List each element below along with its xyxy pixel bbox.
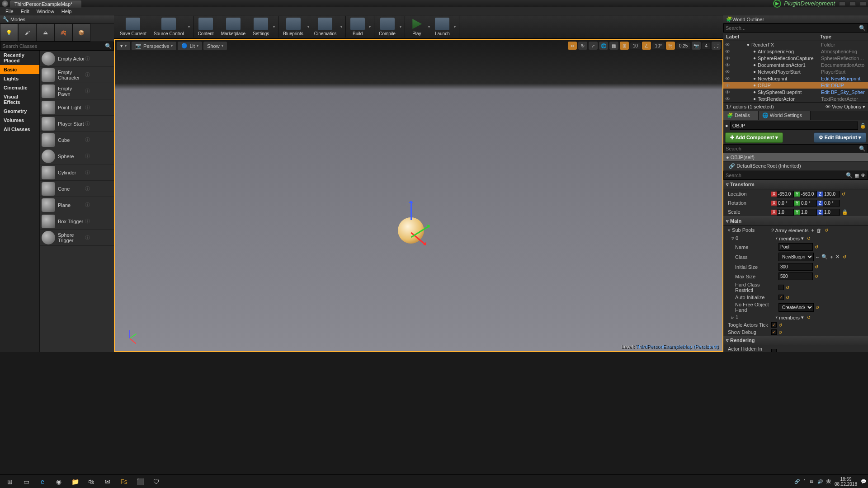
tray-notifications-icon[interactable]: 💬 [861,479,866,484]
cat-recently[interactable]: Recently Placed [0,51,39,65]
blueprints-button[interactable]: Blueprints [280,16,306,38]
compile-button[interactable]: Compile [376,16,399,38]
lock-icon[interactable]: 🔓 [860,123,866,129]
section-transform[interactable]: ▿ Transform [723,180,868,189]
scl-x[interactable] [777,209,794,216]
outliner-row[interactable]: 👁●NewBlueprintEdit NewBlueprint [723,75,868,82]
outliner-search[interactable]: 🔍 [723,23,868,33]
viewport-options[interactable]: ▾ [117,42,130,50]
outliner-row[interactable]: 👁●AtmosphericFogAtmosphericFog [723,48,868,55]
actor-item[interactable]: Coneⓘ [40,181,114,197]
grid-snap-value[interactable]: 10 [630,42,641,49]
mode-paint[interactable]: 🖌 [18,23,36,42]
show-debug-checkbox[interactable]: ✓ [771,329,777,335]
launch-button[interactable]: Launch [432,16,453,38]
section-rendering[interactable]: ▿ Rendering [723,336,868,345]
fuse-icon[interactable]: Fs [116,476,132,488]
engine-status-icon[interactable]: ▶ [773,0,781,8]
search-classes[interactable]: 🔍 [0,42,114,51]
actor-item[interactable]: Player Startⓘ [40,116,114,132]
scl-y[interactable] [800,209,817,216]
maximize-viewport-icon[interactable]: ⛶ [712,42,721,50]
rot-x[interactable] [777,200,794,206]
cat-visual[interactable]: Visual Effects [0,92,39,107]
loc-x[interactable] [777,191,794,197]
start-button[interactable]: ⊞ [2,476,18,488]
object-name-field[interactable] [730,122,858,130]
outliner-row[interactable]: 👁●RenderFXFolder [723,41,868,48]
pool-class[interactable]: NewBlueprint [778,253,814,261]
modes-tab[interactable]: 🔧 Modes [0,15,114,23]
section-main[interactable]: ▿ Main [723,216,868,226]
scl-z[interactable] [823,209,840,216]
tray-link-icon[interactable]: 🔗 [794,479,800,484]
cat-geometry[interactable]: Geometry [0,107,39,116]
surface-snap-icon[interactable]: ▦ [609,42,618,50]
tray-monitor-icon[interactable]: 🖥 [809,479,814,484]
store-icon[interactable]: 🛍 [83,476,99,488]
mode-geometry[interactable]: 📦 [72,23,90,42]
menu-edit[interactable]: Edit [17,8,33,15]
transform-gizmo[interactable] [394,211,430,247]
outliner-row[interactable]: 👁●SphereReflectionCaptureSphereReflectio… [723,55,868,61]
scale-snap-value[interactable]: 0.25 [676,42,690,49]
actor-item[interactable]: Empty Characterⓘ [40,67,114,83]
angle-snap-icon[interactable]: ∠ [642,42,651,50]
view-options[interactable]: 👁 View Options ▾ [826,104,865,110]
epic-icon[interactable]: ⬛ [132,476,148,488]
rot-y[interactable] [800,200,817,206]
gizmo-scale-icon[interactable]: ⤢ [589,42,598,50]
scale-snap-icon[interactable]: % [666,42,675,50]
menu-help[interactable]: Help [58,8,75,15]
actor-item[interactable]: Cubeⓘ [40,132,114,148]
world-outliner-tab[interactable]: 🧩 World Outliner [723,15,868,23]
outliner-search-input[interactable] [726,25,859,31]
cat-cinematic[interactable]: Cinematic [0,83,39,92]
actor-item[interactable]: Planeⓘ [40,197,114,213]
cat-all[interactable]: All Classes [0,125,39,134]
add-component-button[interactable]: ✚ Add Component ▾ [725,132,783,143]
maximize-button[interactable] [849,1,856,6]
max-size[interactable] [778,272,813,280]
gizmo-rotate-icon[interactable]: ↻ [578,42,587,50]
actor-item[interactable]: Cylinderⓘ [40,164,114,181]
cat-volumes[interactable]: Volumes [0,116,39,125]
build-button[interactable]: Build [347,16,368,38]
cat-lights[interactable]: Lights [0,74,39,83]
component-self[interactable]: ● OBJP(self) [723,153,868,162]
lock-scale-icon[interactable]: 🔒 [842,209,848,215]
grid-snap-icon[interactable]: ⊞ [620,42,629,50]
details-search[interactable]: 🔍 ▦ 👁 [723,171,868,180]
clock[interactable]: 18:5908.02.2018 [835,477,857,487]
search-classes-input[interactable] [2,43,105,49]
cinematics-button[interactable]: Cinematics [311,16,340,38]
marketplace-button[interactable]: Marketplace [218,16,249,38]
actor-item[interactable]: Box Triggerⓘ [40,213,114,230]
pool-name[interactable] [778,243,813,251]
clear-icon[interactable]: ✕ [835,254,840,260]
tray-network-icon[interactable]: 🕸 [826,479,831,484]
tab-details[interactable]: 🧩 Details [723,111,759,120]
outliner-row[interactable]: 👁●TextRenderActorTextRenderActor [723,95,868,102]
nofree-combo[interactable]: CreateAndAdd [778,303,814,312]
cat-basic[interactable]: Basic [0,65,39,74]
tray-volume-icon[interactable]: 🔊 [817,479,823,484]
settings-button[interactable]: Settings [250,16,272,38]
explorer-icon[interactable]: 📁 [67,476,83,488]
mode-place[interactable]: 💡 [0,23,18,42]
mode-landscape[interactable]: ⛰ [36,23,54,42]
loc-z[interactable] [823,191,840,197]
outliner-row[interactable]: 👁●OBJPEdit OBJP [723,82,868,89]
level-link[interactable]: ThirdPersonExampleMap (Persistent) [636,344,719,349]
loc-y[interactable] [800,191,817,197]
col-label[interactable]: Label [726,34,820,39]
camera-speed-icon[interactable]: 📷 [692,42,701,50]
edit-blueprint-button[interactable]: ⚙ Edit Blueprint ▾ [814,132,866,143]
col-type[interactable]: Type [820,34,865,39]
viewport-lit[interactable]: 🔵 Lit [178,42,202,50]
gizmo-move-icon[interactable]: ⇔ [568,42,577,50]
component-root[interactable]: 🔗 DefaultSceneRoot (Inherited) [723,162,868,171]
gizmo-z-axis[interactable] [410,201,412,220]
document-tab[interactable]: ThirdPersonExampleMap* [10,0,81,8]
viewport[interactable]: ▾ 📷 Perspective 🔵 Lit Show ⇔ ↻ ⤢ 🌐 ▦ ⊞ 1… [114,39,723,352]
